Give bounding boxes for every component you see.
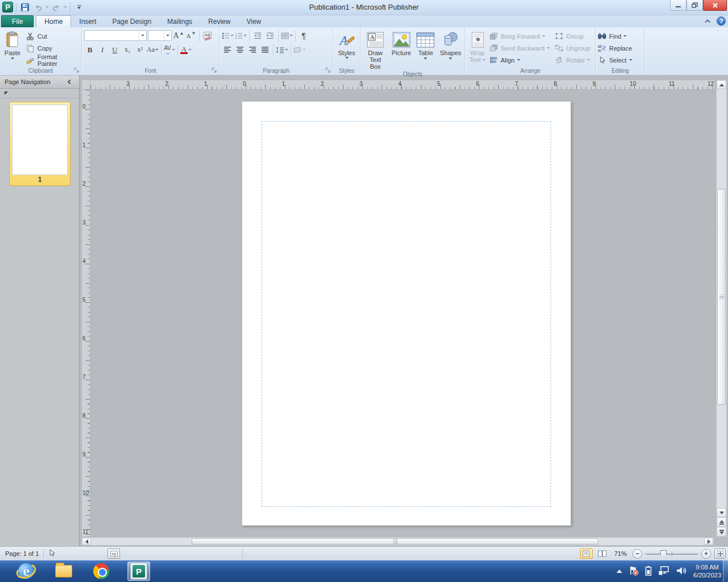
find-button[interactable]: Find [597,30,643,42]
align-left-button[interactable] [222,44,233,56]
ruler-origin-box[interactable] [81,80,90,90]
page-status[interactable]: Page: 1 of 1 [5,550,39,557]
action-center-icon[interactable] [628,566,639,577]
help-button[interactable]: ? [717,16,726,26]
send-backward-button[interactable]: Send Backward [489,42,554,54]
publication-page[interactable] [242,101,571,526]
horizontal-scroll-thumb[interactable] [192,538,598,544]
page-thumbnail-1[interactable]: 1 [9,102,71,186]
show-paragraph-marks-button[interactable]: ¶ [298,30,309,41]
battery-icon[interactable] [645,566,652,577]
font-size-combo[interactable] [148,30,172,41]
font-color-button[interactable]: A [180,44,192,56]
tab-review[interactable]: Review [200,15,238,27]
publication-canvas[interactable] [90,90,715,537]
change-case-button[interactable]: Aa [147,44,159,56]
wrap-text-button[interactable]: Wrap Text [466,28,489,67]
minimize-button[interactable] [670,0,686,11]
shapes-button[interactable]: Shapes [437,28,464,70]
taskbar-chrome[interactable] [90,562,113,581]
copy-button[interactable]: Copy [24,42,80,54]
scroll-down-button[interactable] [717,508,726,517]
numbering-button[interactable] [235,30,247,41]
italic-button[interactable]: I [97,44,108,56]
show-desktop-button[interactable] [723,560,728,582]
vertical-scrollbar[interactable] [716,80,727,537]
align-center-button[interactable] [234,44,246,56]
ungroup-button[interactable]: Ungroup [555,42,594,54]
picture-button[interactable]: Picture [389,28,414,70]
clear-formatting-button[interactable]: AB [202,30,213,41]
clipboard-dialog-launcher[interactable] [74,68,80,74]
decrease-indent-button[interactable] [252,30,263,41]
zoom-slider-thumb[interactable] [660,550,667,558]
two-page-view-button[interactable] [596,548,609,559]
group-button[interactable]: Group [555,30,594,42]
object-position-button[interactable]: xy [107,548,120,559]
network-icon[interactable] [658,566,669,577]
taskbar-clock[interactable]: 9:08 AM 6/20/2023 [693,563,721,579]
horizontal-ruler[interactable]: 3210123456789101112 [90,80,715,90]
close-button[interactable] [703,0,727,11]
rotate-button[interactable]: Rotate [555,54,594,66]
tab-view[interactable]: View [238,15,269,27]
scroll-up-button[interactable] [717,80,726,89]
zoom-in-button[interactable]: + [701,549,711,559]
replace-button[interactable]: ab ac Replace [597,42,643,54]
horizontal-scrollbar[interactable] [81,537,714,546]
show-hidden-icons-button[interactable] [617,569,622,573]
superscript-button[interactable]: x² [134,44,146,56]
scroll-left-button[interactable] [82,538,91,545]
table-button[interactable]: Table [413,28,437,70]
cut-button[interactable]: Cut [24,30,80,42]
horizontal-scroll-track[interactable] [91,538,704,545]
character-spacing-button[interactable]: AV ↔ [164,44,175,56]
underline-button[interactable]: U [109,44,121,56]
previous-page-button[interactable] [717,517,726,527]
grow-font-button[interactable]: A ▲ [173,30,184,41]
single-page-view-button[interactable] [580,548,593,559]
justify-button[interactable] [259,44,271,56]
restore-button[interactable] [686,0,703,11]
increase-indent-button[interactable] [264,30,276,41]
tab-file[interactable]: File [1,15,34,27]
zoom-slider[interactable] [646,549,698,559]
vertical-ruler[interactable]: 01234567891011 [81,90,90,537]
format-painter-button[interactable]: Format Painter [24,54,80,66]
minimize-ribbon-button[interactable] [703,17,713,26]
collapse-pane-button[interactable] [65,77,75,86]
tab-insert[interactable]: Insert [71,15,104,27]
bring-forward-button[interactable]: Bring Forward [489,30,554,42]
font-dialog-launcher[interactable] [212,68,218,74]
subscript-button[interactable]: x₂ [122,44,133,56]
paste-button[interactable]: Paste [1,28,24,67]
draw-text-box-button[interactable]: A Draw Text Box [362,28,389,70]
tab-mailings[interactable]: Mailings [159,15,200,27]
vertical-scroll-track[interactable] [717,89,726,508]
taskbar-publisher[interactable]: P [127,562,150,581]
fit-page-button[interactable] [714,548,726,559]
tab-home[interactable]: Home [36,15,71,27]
styles-button[interactable]: A Styles [334,28,359,67]
font-name-combo[interactable] [84,30,147,41]
align-button[interactable]: Align [489,54,554,66]
taskbar-file-explorer[interactable] [52,562,75,581]
expand-pages-toggle[interactable] [5,92,8,95]
columns-button[interactable] [281,30,293,41]
scroll-right-button[interactable] [704,538,713,545]
volume-icon[interactable] [676,566,687,577]
bullets-button[interactable] [222,30,234,41]
vertical-scroll-thumb[interactable] [717,189,726,405]
tab-page-design[interactable]: Page Design [104,15,159,27]
shrink-font-button[interactable]: A ▼ [185,30,197,41]
next-page-button[interactable] [717,527,726,537]
taskbar-internet-explorer[interactable]: e [15,562,38,581]
align-right-button[interactable] [247,44,258,56]
select-button[interactable]: Select [597,54,643,66]
line-spacing-button[interactable] [276,44,288,56]
paragraph-dialog-launcher[interactable] [325,68,332,74]
zoom-out-button[interactable]: − [632,549,642,559]
shading-button[interactable] [293,44,306,56]
zoom-level[interactable]: 71% [614,550,627,557]
bold-button[interactable]: B [84,44,96,56]
